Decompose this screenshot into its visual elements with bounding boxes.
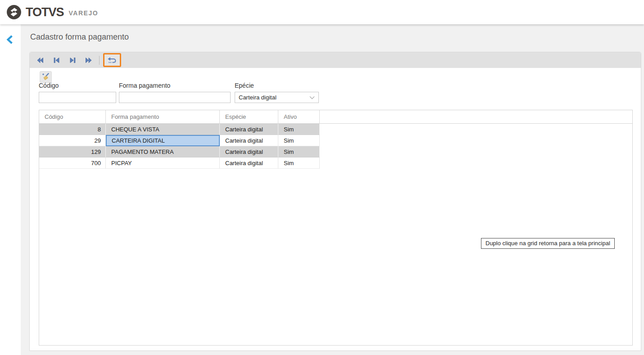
column-header-ativo[interactable]: Ativo [278, 110, 320, 123]
filter-field-forma-pagamento: Forma pagamento [119, 82, 231, 103]
app-window: TOTVS VAREJO Cadastro forma pagamento [0, 0, 644, 355]
payment-methods-table: Código Forma pagamento Espécie Ativo 8CH… [39, 110, 633, 346]
cell-forma-pagamento[interactable]: PAGAMENTO MATERA [106, 146, 220, 157]
cell-codigo[interactable]: 29 [39, 135, 106, 146]
content-panel: Código Forma pagamento Epécie Carteira d… [29, 52, 641, 351]
nav-next-icon [69, 57, 76, 63]
nav-first-icon [36, 57, 44, 63]
nav-last-icon [85, 57, 92, 63]
cell-codigo[interactable]: 8 [39, 124, 106, 135]
cell-ativo[interactable]: Sim [278, 157, 320, 169]
cell-especie[interactable]: Carteira digital [220, 135, 278, 146]
cell-especie[interactable]: Carteira digital [220, 146, 278, 157]
chevron-down-icon [309, 96, 315, 99]
nav-last-button[interactable] [82, 54, 95, 67]
clear-filters-button[interactable] [40, 71, 52, 83]
return-arrow-icon [107, 57, 117, 64]
totvs-logo-icon [6, 4, 22, 20]
panel-content: Código Forma pagamento Epécie Carteira d… [30, 68, 641, 351]
forma-pagamento-input[interactable] [119, 92, 231, 103]
table-row[interactable]: 129PAGAMENTO MATERACarteira digitalSim [39, 146, 632, 157]
brand-product: VAREJO [69, 9, 99, 17]
record-navigation-toolbar [30, 52, 641, 68]
cell-codigo[interactable]: 129 [39, 146, 106, 157]
cell-ativo[interactable]: Sim [278, 146, 320, 157]
table-header: Código Forma pagamento Espécie Ativo [39, 110, 632, 124]
especie-label: Epécie [235, 82, 319, 89]
cell-codigo[interactable]: 700 [39, 157, 106, 169]
especie-select[interactable]: Carteira digital [235, 92, 319, 103]
cell-forma-pagamento[interactable]: CARTEIRA DIGITAL [106, 135, 220, 146]
return-button[interactable] [103, 53, 121, 67]
cell-forma-pagamento[interactable]: PICPAY [106, 157, 220, 169]
cell-ativo[interactable]: Sim [278, 135, 320, 146]
column-header-codigo[interactable]: Código [39, 110, 106, 123]
codigo-label: Código [39, 82, 116, 89]
left-rail [0, 24, 21, 355]
brand-name: TOTVS [26, 5, 64, 19]
cell-forma-pagamento[interactable]: CHEQUE A VISTA [106, 124, 220, 135]
forma-pagamento-label: Forma pagamento [119, 82, 231, 89]
column-header-forma-pagamento[interactable]: Forma pagamento [106, 110, 220, 123]
filter-field-especie: Epécie Carteira digital [235, 82, 319, 103]
grid-hint-tooltip: Duplo clique na grid retorna para a tela… [481, 238, 615, 249]
app-header: TOTVS VAREJO [0, 0, 644, 24]
broom-clear-icon [42, 73, 50, 81]
table-body: 8CHEQUE A VISTACarteira digitalSim29CART… [39, 124, 632, 169]
codigo-input[interactable] [39, 92, 116, 103]
back-button[interactable] [5, 34, 14, 46]
table-row[interactable]: 29CARTEIRA DIGITALCarteira digitalSim [39, 135, 632, 146]
cell-especie[interactable]: Carteira digital [220, 124, 278, 135]
nav-previous-icon [53, 57, 60, 63]
column-header-especie[interactable]: Espécie [220, 110, 278, 123]
cell-especie[interactable]: Carteira digital [220, 157, 278, 169]
totvs-logo: TOTVS VAREJO [6, 4, 98, 20]
table-row[interactable]: 700PICPAYCarteira digitalSim [39, 157, 632, 169]
nav-previous-button[interactable] [50, 54, 63, 67]
table-row[interactable]: 8CHEQUE A VISTACarteira digitalSim [39, 124, 632, 135]
page-title: Cadastro forma pagamento [30, 32, 129, 42]
nav-next-button[interactable] [66, 54, 79, 67]
especie-selected-value: Carteira digital [239, 94, 277, 101]
cell-ativo[interactable]: Sim [278, 124, 320, 135]
nav-first-button[interactable] [33, 54, 47, 67]
filter-field-codigo: Código [39, 82, 116, 103]
toolbar-separator [99, 56, 100, 65]
column-header-filler [320, 110, 632, 123]
chevron-left-icon [6, 35, 14, 44]
